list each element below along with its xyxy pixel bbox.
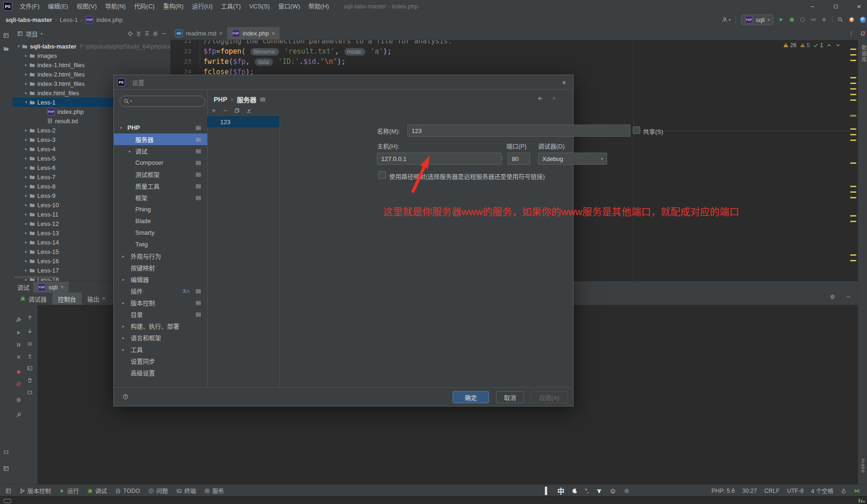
ime-item[interactable]: 中 <box>558 486 565 496</box>
cancel-button[interactable]: 取消 <box>496 391 524 403</box>
warning-stripe-mark[interactable] <box>850 77 856 78</box>
statusbar-value[interactable]: CRLF <box>764 488 780 494</box>
copy-server-icon[interactable] <box>234 108 240 113</box>
warning-stripe-mark[interactable] <box>850 221 856 222</box>
warning-stripe-mark[interactable] <box>850 191 856 193</box>
statusbar-item-问题[interactable]: 问题 <box>148 486 168 495</box>
minimize-button[interactable]: – <box>802 0 823 13</box>
menu-item[interactable]: 导航(N) <box>101 3 130 10</box>
debug-tab-控制台[interactable]: 控制台 <box>52 293 82 305</box>
menu-item[interactable]: 运行(U) <box>188 3 217 10</box>
debug-pin-icon[interactable] <box>16 412 21 418</box>
debug-pause-icon[interactable] <box>16 342 21 348</box>
toolwindow-stripe-icon-2[interactable] <box>3 466 9 471</box>
settings-tree-item-6[interactable]: 框架 <box>114 192 207 203</box>
chevron-right-icon[interactable]: ▸ <box>23 175 29 179</box>
chevron-right-icon[interactable]: ▸ <box>23 72 29 77</box>
settings-tree-item-10[interactable]: Twig <box>114 238 207 250</box>
chevron-right-icon[interactable]: ▸ <box>23 268 29 273</box>
tree-row[interactable]: ▸images <box>13 51 171 60</box>
inspection-widget[interactable]: 26 5 1 <box>783 42 841 49</box>
close-button[interactable]: × <box>848 0 867 13</box>
debug-trash-icon[interactable] <box>27 378 33 383</box>
remove-server-icon[interactable] <box>223 108 228 113</box>
bottom-stripe-label[interactable]: make <box>860 459 866 473</box>
server-list-item[interactable]: 123 <box>207 116 280 127</box>
debug-play-icon[interactable] <box>16 330 21 336</box>
warning-stripe-mark[interactable] <box>850 260 856 261</box>
debug-tab-输出[interactable]: 输出× <box>82 293 111 305</box>
breadcrumb-item[interactable]: Less-1 <box>60 16 78 23</box>
statusbar-item-TODO[interactable]: TODO <box>115 488 140 494</box>
chevron-right-icon[interactable]: ▸ <box>122 324 125 329</box>
hide-panel-icon[interactable] <box>161 31 167 36</box>
shared-checkbox[interactable] <box>633 126 640 134</box>
statusbar-item-服务[interactable]: 服务 <box>204 486 224 495</box>
debug-console-i-icon[interactable] <box>27 365 33 371</box>
folder-stripe-icon[interactable] <box>3 46 9 51</box>
forward-icon[interactable] <box>551 96 556 101</box>
expand-all-icon[interactable] <box>136 31 141 36</box>
update-button[interactable] <box>848 16 855 23</box>
dialog-close-button[interactable]: × <box>560 78 568 86</box>
attach-debugger-button[interactable] <box>811 17 816 22</box>
warning-stripe-mark[interactable] <box>850 128 856 130</box>
project-scrollbar[interactable] <box>14 276 57 278</box>
next-problem-icon[interactable] <box>835 42 841 48</box>
chevron-right-icon[interactable]: ▸ <box>122 277 125 282</box>
settings-tree-item-8[interactable]: Blade <box>114 215 207 227</box>
chevron-down-icon[interactable]: ▾ <box>120 126 122 130</box>
menu-item[interactable]: 视图(V) <box>72 3 101 10</box>
user-menu[interactable]: ▾ <box>722 17 730 22</box>
locate-file-icon[interactable] <box>127 31 133 36</box>
settings-tree-item-3[interactable]: Composer <box>114 157 207 168</box>
warning-stripe-mark[interactable] <box>850 115 856 117</box>
chevron-right-icon[interactable]: ▸ <box>122 254 125 259</box>
chevron-right-icon[interactable]: ▸ <box>23 231 29 235</box>
add-server-icon[interactable] <box>211 108 217 113</box>
warning-stripe-mark[interactable] <box>850 83 856 84</box>
settings-tree-item-13[interactable]: ▸编辑器 <box>114 273 207 285</box>
debug-gear-icon[interactable] <box>16 397 21 403</box>
prev-problem-icon[interactable] <box>826 42 832 48</box>
ide-features-icon[interactable] <box>860 17 866 23</box>
settings-tree-item-11[interactable]: ▸外观与行为 <box>114 250 207 262</box>
warning-stripe-mark[interactable] <box>850 99 856 101</box>
warning-stripe-mark[interactable] <box>850 94 856 95</box>
chevron-right-icon[interactable]: ▸ <box>129 149 131 154</box>
chevron-right-icon[interactable]: ▸ <box>23 249 29 254</box>
close-tab-icon[interactable]: × <box>102 295 105 302</box>
code-line[interactable]: fwrite($fp, data: 'ID:'.$id."\n"); <box>203 56 346 67</box>
settings-tree-item-4[interactable]: 测试框架 <box>114 168 207 180</box>
toolwindow-stripe-icon[interactable] <box>3 449 9 455</box>
database-stripe-label[interactable]: 数据库 <box>860 45 867 63</box>
settings-tree-item-21[interactable]: 高级设置 <box>114 367 207 378</box>
menu-item[interactable]: 帮助(H) <box>304 3 333 10</box>
debug-frame-icon[interactable] <box>27 390 33 395</box>
settings-tree-item-12[interactable]: 按键映射 <box>114 262 207 273</box>
tab-readme[interactable]: MD readme.md × <box>170 27 227 40</box>
run-button[interactable] <box>778 17 784 22</box>
debug-button[interactable] <box>789 17 795 22</box>
close-session-icon[interactable]: × <box>61 284 64 290</box>
ime-gear-icon[interactable] <box>623 488 630 494</box>
name-field[interactable]: 123 <box>407 125 630 137</box>
warning-stripe-mark[interactable] <box>850 140 856 141</box>
settings-tree-item-16[interactable]: 目录 <box>114 308 207 320</box>
warning-stripe-mark[interactable] <box>850 60 856 61</box>
lock-open-icon[interactable] <box>841 488 846 494</box>
settings-tree-item-0[interactable]: ▾PHP <box>114 122 207 133</box>
menu-item[interactable]: 代码(C) <box>130 3 159 10</box>
hide-panel-icon[interactable] <box>846 294 851 300</box>
debug-mute-icon[interactable] <box>16 381 21 387</box>
project-stripe-icon[interactable] <box>3 33 9 38</box>
back-icon[interactable] <box>538 96 543 101</box>
notifications-icon[interactable] <box>860 31 866 36</box>
settings-search-input[interactable]: ▾ <box>119 96 205 107</box>
settings-tree-item-18[interactable]: ▸语言和框架 <box>114 332 207 343</box>
menu-item[interactable]: 编辑(E) <box>44 3 72 10</box>
close-tab-icon[interactable]: × <box>219 30 223 37</box>
ime-item[interactable]: ☺ <box>609 487 616 495</box>
statusbar-item-终端[interactable]: 终端 <box>176 486 196 495</box>
debug-stop-icon[interactable] <box>16 354 21 360</box>
